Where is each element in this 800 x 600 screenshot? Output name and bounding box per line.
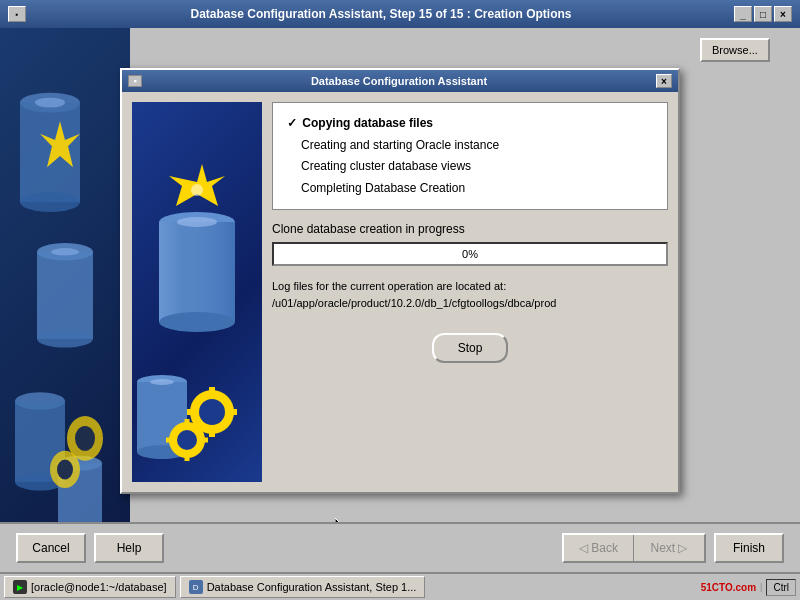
dbca-icon: D: [189, 580, 203, 594]
outer-minimize-btn[interactable]: _: [734, 6, 752, 22]
svg-rect-40: [202, 438, 208, 443]
outer-maximize-btn[interactable]: □: [754, 6, 772, 22]
outer-min-btn[interactable]: ▪: [8, 6, 26, 22]
outer-window-title: Database Configuration Assistant, Step 1…: [28, 7, 734, 21]
taskbar-right: 51CTO.com | Ctrl: [701, 579, 796, 596]
modal-right-panel: ✓ Copying database files Creating and st…: [272, 102, 668, 482]
svg-point-18: [51, 248, 79, 255]
svg-rect-4: [37, 252, 93, 339]
step-1-check: ✓: [287, 116, 300, 130]
svg-point-16: [57, 459, 73, 479]
taskbar-ctrl: Ctrl: [766, 579, 796, 596]
stop-button[interactable]: Stop: [432, 333, 509, 363]
taskbar-item-terminal-label: [oracle@node1:~/database]: [31, 581, 167, 593]
terminal-icon: ▶: [13, 580, 27, 594]
modal-title: Database Configuration Assistant: [311, 75, 487, 87]
bg-cylinders-svg: [0, 28, 130, 600]
svg-point-23: [177, 217, 217, 227]
svg-point-5: [37, 330, 93, 347]
taskbar-item-dbca-label: Database Configuration Assistant, Step 1…: [207, 581, 417, 593]
progress-bar-container: 0%: [272, 242, 668, 266]
steps-box: ✓ Copying database files Creating and st…: [272, 102, 668, 210]
step-4: Completing Database Creation: [287, 178, 653, 200]
taskbar-logo: 51CTO.com: [701, 582, 756, 593]
svg-rect-39: [185, 455, 190, 461]
browse-button[interactable]: Browse...: [700, 38, 770, 62]
modal-close-btn[interactable]: ×: [656, 74, 672, 88]
modal-body: ✓ Copying database files Creating and st…: [122, 92, 678, 492]
step-2: Creating and starting Oracle instance: [287, 135, 653, 157]
next-button[interactable]: Next ▷: [634, 535, 704, 561]
back-next-group: ◁ Back Next ▷: [562, 533, 706, 563]
svg-point-14: [75, 426, 95, 451]
step-4-label: Completing Database Creation: [301, 181, 465, 195]
svg-point-31: [199, 399, 225, 425]
svg-rect-33: [209, 430, 215, 437]
outer-titlebar: ▪ Database Configuration Assistant, Step…: [0, 0, 800, 28]
back-button[interactable]: ◁ Back: [564, 535, 634, 561]
svg-point-2: [20, 192, 80, 212]
right-panel: Browse...: [700, 38, 790, 62]
taskbar: ▶ [oracle@node1:~/database] D Database C…: [0, 572, 800, 600]
modal-dialog: ▪ Database Configuration Assistant ×: [120, 68, 680, 494]
outer-window: ▪ Database Configuration Assistant, Step…: [0, 0, 800, 600]
step-2-label: Creating and starting Oracle instance: [301, 138, 499, 152]
svg-rect-35: [187, 409, 194, 415]
svg-rect-38: [185, 419, 190, 425]
step-3: Creating cluster database views: [287, 156, 653, 178]
svg-rect-32: [209, 387, 215, 394]
help-button[interactable]: Help: [94, 533, 164, 563]
taskbar-item-terminal[interactable]: ▶ [oracle@node1:~/database]: [4, 576, 176, 598]
svg-point-29: [191, 184, 203, 196]
step-1-label: Copying database files: [302, 116, 433, 130]
outer-window-controls: _ □ ×: [734, 6, 792, 22]
taskbar-item-dbca[interactable]: D Database Configuration Assistant, Step…: [180, 576, 426, 598]
nav-right: ◁ Back Next ▷ Finish: [562, 533, 784, 563]
cancel-button[interactable]: Cancel: [16, 533, 86, 563]
log-section: Log files for the current operation are …: [272, 278, 668, 311]
svg-point-27: [150, 379, 174, 385]
svg-rect-21: [159, 222, 235, 322]
taskbar-divider: |: [760, 582, 762, 592]
nav-left: Cancel Help: [16, 533, 164, 563]
progress-percent: 0%: [462, 248, 478, 260]
svg-point-17: [35, 98, 65, 108]
svg-point-37: [177, 430, 197, 450]
outer-close-btn[interactable]: ×: [774, 6, 792, 22]
modal-image-panel: [132, 102, 262, 482]
bg-left-image: [0, 28, 130, 600]
modal-cylinders-svg: [132, 102, 262, 482]
svg-rect-34: [230, 409, 237, 415]
svg-point-22: [159, 312, 235, 332]
step-3-label: Creating cluster database views: [301, 159, 471, 173]
finish-button[interactable]: Finish: [714, 533, 784, 563]
log-line2: /u01/app/oracle/product/10.2.0/db_1/cfgt…: [272, 295, 668, 312]
bottom-nav-bar: Cancel Help ◁ Back Next ▷ Finish: [0, 522, 800, 572]
modal-titlebar: ▪ Database Configuration Assistant ×: [122, 70, 678, 92]
step-1: ✓ Copying database files: [287, 113, 653, 135]
svg-rect-41: [166, 438, 172, 443]
outer-content: Browse... ▪ Database Configuration Assis…: [0, 28, 800, 600]
modal-system-btn[interactable]: ▪: [128, 75, 142, 87]
log-line1: Log files for the current operation are …: [272, 278, 668, 295]
stop-button-area: Stop: [272, 333, 668, 363]
progress-label: Clone database creation in progress: [272, 222, 668, 236]
svg-rect-1: [20, 103, 80, 202]
progress-section: Clone database creation in progress 0%: [272, 222, 668, 266]
